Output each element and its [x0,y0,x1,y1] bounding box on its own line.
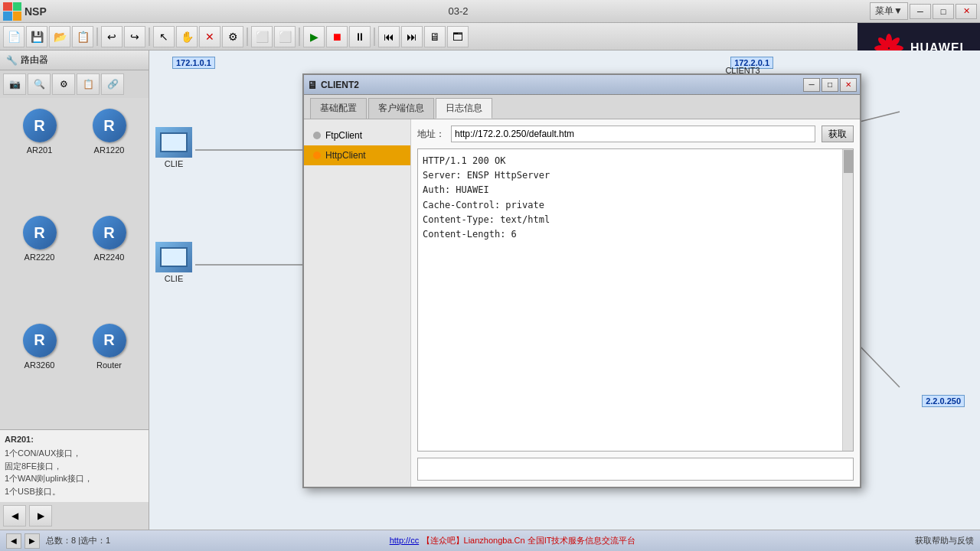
select-tool[interactable]: ↖ [153,26,175,47]
device-grid: R AR201 R AR1220 R AR2220 R [0,98,149,429]
router-icon: R [91,322,128,359]
response-line-0: HTTP/1.1 200 OK [423,154,848,168]
status-count-text: 总数：8 |选中：1 [46,535,110,546]
fetch-button[interactable]: 获取 [822,126,854,142]
response-scrollbar[interactable] [842,149,853,451]
sidebar-item-ar1220[interactable]: R AR1220 [76,104,142,208]
dialog-minimize-button[interactable]: ─ [803,78,820,92]
sidebar-toolbar: 📷 🔍 ⚙ 📋 🔗 [0,70,149,98]
pause-button[interactable]: ⏸ [349,26,371,47]
box-tool[interactable]: ⬜ [251,26,273,47]
sidebar-item-ar2240[interactable]: R AR2240 [76,211,142,315]
sidebar-btn5[interactable]: 🔗 [101,73,124,95]
config-tool[interactable]: ⚙ [222,26,243,47]
clie1-device[interactable]: CLIE [155,127,192,168]
stop-button[interactable]: ⏹ [326,26,348,47]
ar1220-label: AR1220 [94,145,125,155]
scrollbar-thumb [844,150,853,173]
window-button[interactable]: 🗔 [447,26,469,47]
dialog-maximize-button[interactable]: □ [822,78,838,92]
url-input[interactable] [451,126,815,142]
delete-tool[interactable]: ✕ [199,26,220,47]
status-right: 获取帮助与反馈 [915,535,974,546]
sidebar-item-ar201[interactable]: R AR201 [6,104,73,208]
tab-client-info[interactable]: 客户端信息 [368,98,434,119]
window-title: 03-2 [448,5,468,17]
close-button[interactable]: ✕ [956,4,977,19]
sidebar-title: 🔧 路由器 [0,51,149,70]
ar1220-icon: R [91,107,128,144]
sidebar-bottom-btn2[interactable]: ▶ [29,505,52,527]
sidebar-btn3[interactable]: ⚙ [52,73,75,95]
response-line-2: Auth: HUAWEI [423,183,848,197]
desc-line1: 固定8FE接口， [5,460,144,473]
dialog-title-label: CLIENT2 [321,80,359,90]
nav-right-btn[interactable]: ▶ [24,533,40,549]
status-url[interactable]: http://cc [390,536,420,545]
new-button[interactable]: 📄 [3,26,24,47]
response-area: HTTP/1.1 200 OK Server: ENSP HttpServer … [417,148,854,452]
nav-left-btn[interactable]: ◀ [6,533,21,549]
ar2240-icon: R [91,214,128,251]
status-chinese-text: 【连众吧】Lianzhongba.Cn 全国IT技术服务信息交流平台 [422,536,636,545]
pan-tool[interactable]: ✋ [176,26,198,47]
redo-button[interactable]: ↪ [124,26,145,47]
status-left: ◀ ▶ 总数：8 |选中：1 [6,533,110,549]
windows-logo-icon[interactable] [3,2,21,21]
dialog-close-button[interactable]: ✕ [840,78,857,92]
separator3 [247,28,248,46]
sidebar-ftp-client[interactable]: FtpClient [304,126,410,145]
separator5 [374,28,375,46]
ip-label-client4: 2.2.0.250 [922,395,965,407]
next-button[interactable]: ⏭ [401,26,423,47]
clie2-label: CLIE [165,274,183,283]
screen-button[interactable]: 🖥 [424,26,446,47]
status-center: http://cc 【连众吧】Lianzhongba.Cn 全国IT技术服务信息… [110,535,915,546]
tab-basic-config[interactable]: 基础配置 [310,98,367,119]
desc-line2: 1个WAN则uplink接口， [5,472,144,485]
sidebar-btn2[interactable]: 🔍 [28,73,51,95]
ar201-icon: R [21,107,58,144]
response-line-3: Cache-Control: private [423,198,848,213]
box2-tool[interactable]: ⬜ [274,26,296,47]
ar3260-label: AR3260 [24,360,55,370]
desc-title: AR201: [5,435,144,444]
dialog-title-bar: 🖥 CLIENT2 ─ □ ✕ [304,75,860,95]
help-link[interactable]: 获取帮助与反馈 [915,535,974,546]
dialog-body: FtpClient HttpClient 地址： 获取 [304,119,860,487]
save-button[interactable]: 💾 [26,26,47,47]
undo-button[interactable]: ↩ [101,26,122,47]
import-button[interactable]: 📋 [72,26,93,47]
dialog-title-text: 🖥 CLIENT2 [307,79,359,91]
menu-button[interactable]: 菜单▼ [870,2,908,20]
ar201-label: AR201 [27,145,53,155]
clie2-icon [155,242,192,272]
play-button[interactable]: ▶ [303,26,325,47]
canvas-area[interactable]: 172.1.0.1 172.2.0.1 2.2.0.250 CLIENT3 0/… [149,51,980,530]
sidebar: 🔧 路由器 📷 🔍 ⚙ 📋 🔗 R AR201 R AR1220 [0,51,149,530]
separator1 [96,28,98,46]
ar3260-icon: R [21,322,58,359]
maximize-button[interactable]: □ [933,4,954,19]
clie2-device[interactable]: CLIE [155,242,192,283]
bottom-input[interactable] [417,458,854,481]
sidebar-item-ar3260[interactable]: R AR3260 [6,319,73,423]
separator4 [299,28,300,46]
dialog-sidebar: FtpClient HttpClient [304,119,411,487]
sidebar-btn1[interactable]: 📷 [3,73,26,95]
dialog-title-buttons: ─ □ ✕ [803,78,857,92]
url-label: 地址： [417,128,445,141]
sidebar-item-ar2220[interactable]: R AR2220 [6,211,73,315]
sidebar-btn4[interactable]: 📋 [77,73,100,95]
title-bar: NSP 03-2 菜单▼ ─ □ ✕ [0,0,980,23]
clie1-icon [155,127,192,158]
clie1-label: CLIE [165,159,183,168]
open-button[interactable]: 📂 [49,26,70,47]
dialog-content: 地址： 获取 HTTP/1.1 200 OK Server: ENSP Http… [411,119,860,487]
sidebar-item-router[interactable]: R Router [76,319,142,423]
sidebar-bottom-btn1[interactable]: ◀ [3,505,26,527]
minimize-button[interactable]: ─ [910,4,931,19]
sidebar-http-client[interactable]: HttpClient [304,145,410,165]
tab-log-info[interactable]: 日志信息 [436,98,492,119]
prev-button[interactable]: ⏮ [378,26,400,47]
